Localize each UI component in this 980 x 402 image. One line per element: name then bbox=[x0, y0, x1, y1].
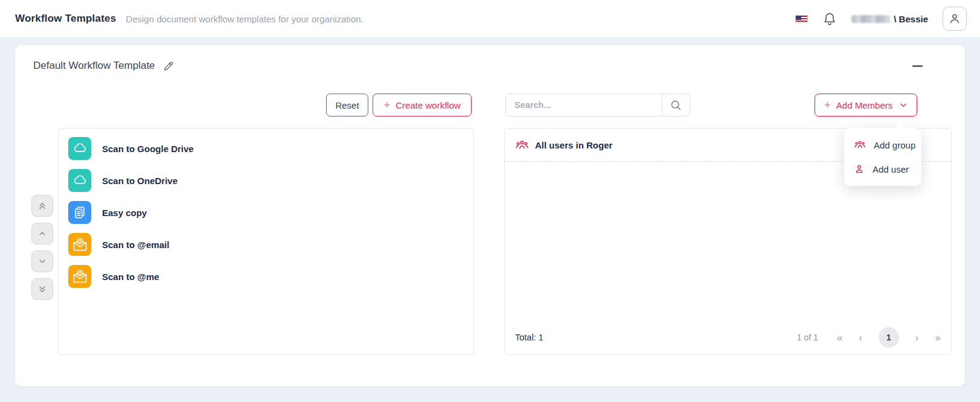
last-page-button[interactable]: » bbox=[935, 333, 941, 343]
mail-at-icon: @ bbox=[68, 265, 91, 288]
page-range-label: 1 of 1 bbox=[797, 333, 818, 342]
search-icon bbox=[670, 99, 682, 112]
workflow-item[interactable]: @ Scan to @email bbox=[68, 233, 464, 256]
workflow-item[interactable]: Scan to OneDrive bbox=[68, 169, 464, 192]
double-chevron-down-icon bbox=[37, 284, 47, 294]
menu-item-add-user[interactable]: Add user bbox=[844, 157, 921, 181]
menu-item-label: Add group bbox=[874, 140, 915, 150]
copy-icon bbox=[68, 201, 91, 224]
svg-text:@: @ bbox=[77, 238, 82, 244]
workflow-list-panel: Scan to Google Drive Scan to OneDrive bbox=[58, 128, 474, 355]
reorder-controls bbox=[31, 195, 53, 300]
plus-icon: + bbox=[383, 99, 390, 110]
reset-label: Reset bbox=[335, 100, 359, 110]
user-avatar-icon bbox=[948, 12, 961, 25]
previous-page-button[interactable]: ‹ bbox=[859, 333, 862, 343]
add-members-label: Add Members bbox=[836, 100, 892, 110]
search-button[interactable] bbox=[662, 94, 690, 116]
search-group bbox=[505, 94, 690, 116]
notifications-bell-icon[interactable] bbox=[822, 11, 837, 26]
total-count: Total: 1 bbox=[515, 333, 543, 342]
workflow-template-card: Default Workflow Template Reset + Create… bbox=[15, 45, 965, 386]
user-icon bbox=[854, 164, 865, 174]
cloud-icon bbox=[68, 137, 91, 160]
page-subtitle: Design document workflow templates for y… bbox=[126, 14, 363, 24]
svg-text:@: @ bbox=[77, 270, 82, 276]
move-top-button[interactable] bbox=[31, 195, 53, 217]
menu-item-add-group[interactable]: Add group bbox=[844, 133, 921, 157]
create-workflow-label: Create workflow bbox=[396, 100, 461, 110]
workflow-item[interactable]: Easy copy bbox=[68, 201, 464, 224]
minimize-icon[interactable] bbox=[912, 65, 923, 67]
workflow-label: Scan to @me bbox=[102, 272, 159, 282]
move-bottom-button[interactable] bbox=[31, 278, 53, 300]
mail-at-icon: @ bbox=[68, 233, 91, 256]
next-page-button[interactable]: › bbox=[915, 333, 919, 343]
workflow-label: Scan to @email bbox=[102, 240, 169, 250]
plus-icon: + bbox=[824, 99, 831, 110]
members-panel-title: All users in Roger bbox=[535, 140, 612, 150]
user-name: \ Bessie bbox=[851, 14, 928, 24]
card-title-row: Default Workflow Template bbox=[33, 60, 175, 72]
reset-button[interactable]: Reset bbox=[326, 94, 368, 116]
workflow-label: Scan to Google Drive bbox=[102, 144, 194, 154]
edit-pencil-icon[interactable] bbox=[162, 60, 175, 72]
workflow-label: Easy copy bbox=[102, 208, 147, 218]
topbar-actions: \ Bessie bbox=[795, 7, 967, 31]
move-down-button[interactable] bbox=[31, 250, 53, 272]
template-title: Default Workflow Template bbox=[33, 60, 155, 72]
page: Workflow Templates Design document workf… bbox=[0, 0, 980, 402]
menu-item-label: Add user bbox=[873, 164, 909, 174]
workflow-label: Scan to OneDrive bbox=[102, 176, 178, 186]
move-up-button[interactable] bbox=[31, 223, 53, 244]
cloud-icon bbox=[68, 169, 91, 192]
add-members-dropdown: Add group Add user bbox=[844, 128, 921, 186]
first-page-button[interactable]: « bbox=[837, 333, 842, 343]
language-flag-icon[interactable] bbox=[795, 15, 808, 23]
workflow-item[interactable]: Scan to Google Drive bbox=[68, 137, 464, 160]
current-page-button[interactable]: 1 bbox=[879, 327, 899, 348]
group-icon bbox=[854, 139, 866, 151]
page-title: Workflow Templates bbox=[15, 13, 116, 25]
account-button[interactable] bbox=[943, 7, 967, 31]
group-icon bbox=[515, 138, 529, 152]
chevron-down-icon bbox=[37, 257, 47, 266]
members-panel-footer: Total: 1 1 of 1 « ‹ 1 › » bbox=[515, 327, 941, 348]
workflow-item[interactable]: @ Scan to @me bbox=[68, 265, 464, 288]
chevron-down-icon bbox=[899, 101, 908, 109]
top-bar: Workflow Templates Design document workf… bbox=[0, 0, 980, 38]
pagination: 1 of 1 « ‹ 1 › » bbox=[797, 327, 941, 348]
add-members-button[interactable]: + Add Members bbox=[815, 94, 917, 116]
user-name-suffix: \ Bessie bbox=[894, 14, 928, 24]
redacted-text bbox=[851, 15, 890, 23]
create-workflow-button[interactable]: + Create workflow bbox=[373, 94, 472, 116]
chevron-up-icon bbox=[37, 229, 47, 238]
search-input[interactable] bbox=[506, 94, 662, 116]
double-chevron-up-icon bbox=[37, 201, 47, 211]
